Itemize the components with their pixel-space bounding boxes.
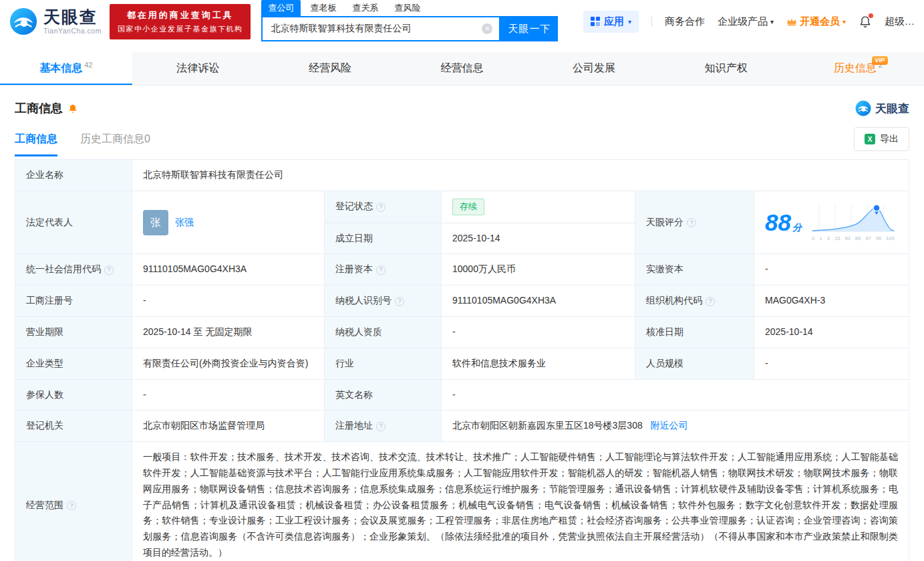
credit-code-value: 91110105MAG0G4XH3A: [132, 254, 325, 286]
help-icon[interactable]: [687, 218, 696, 227]
table-row: 统一社会信用代码 91110105MAG0G4XH3A 注册资本 10000万人…: [15, 254, 909, 286]
field-label-org-code: 组织机构代码: [635, 286, 754, 317]
table-row: 企业类型 有限责任公司(外商投资企业与内资合资) 行业 软件和信息技术服务业 人…: [15, 348, 909, 379]
legal-rep-link[interactable]: 张强: [175, 215, 194, 231]
section-title: 工商信息: [15, 100, 63, 116]
apps-button[interactable]: 应用: [583, 11, 639, 33]
search-button[interactable]: 天眼一下: [500, 16, 558, 41]
logo-icon: [855, 100, 871, 116]
field-label-score: 天眼评分: [635, 191, 754, 254]
search-input[interactable]: [263, 17, 499, 40]
header: 天眼查 TianYanCha.com 都在用的商业查询工具 国家中小企业发展子基…: [0, 0, 924, 43]
taxpayer-quality-value: -: [442, 316, 635, 348]
score-curve-chart: [810, 202, 897, 234]
score-cell[interactable]: 88分 0 1 3 15 5: [754, 191, 909, 254]
search-row: 天眼一下: [261, 16, 558, 41]
help-icon[interactable]: [104, 265, 114, 275]
search-tab-boss[interactable]: 查老板: [303, 0, 343, 16]
chevron-down-icon: [770, 18, 774, 25]
promo-banner: 都在用的商业查询工具 国家中小企业发展子基金旗下机构: [110, 4, 251, 39]
subtab-history-business-info[interactable]: 历史工商信息0: [80, 132, 150, 154]
watermark-label: 天眼查: [875, 101, 909, 116]
help-icon[interactable]: [67, 501, 76, 510]
banner-line1: 都在用的商业查询工具: [118, 9, 243, 21]
field-label-legal-rep: 法定代表人: [15, 191, 132, 254]
english-name-value: -: [442, 379, 909, 411]
tab-operating-info[interactable]: 经营信息: [396, 52, 528, 85]
search-input-wrap: [261, 16, 500, 41]
field-label-reg-authority: 登记机关: [15, 411, 132, 442]
industry-value: 软件和信息技术服务业: [442, 348, 635, 379]
subtabs-row: 工商信息 历史工商信息0 导出: [0, 122, 924, 156]
excel-icon: [865, 134, 875, 144]
search-block: 查公司 查老板 查关系 查风险 天眼一下: [261, 1, 558, 41]
reg-address-value: 北京市朝阳区朝新嘉园东里五区18号楼3层308: [452, 420, 643, 431]
nav-enterprise[interactable]: 企业级产品: [718, 15, 774, 28]
nearby-companies-link[interactable]: 附近公司: [651, 420, 688, 431]
table-row: 法定代表人 张 张强 登记状态 存续 天眼评分 88分: [15, 191, 909, 223]
nav-super-vip[interactable]: 超级…: [885, 15, 915, 28]
tianyancha-logo[interactable]: 天眼查 TianYanCha.com: [9, 7, 102, 35]
table-row: 参保人数 - 英文名称 -: [15, 379, 909, 411]
field-label-staff-size: 人员规模: [635, 348, 754, 379]
alarm-bell-icon[interactable]: [67, 103, 78, 114]
help-icon[interactable]: [376, 265, 386, 275]
reg-status-cell: 存续: [442, 191, 635, 223]
approval-date-value: 2025-10-14: [754, 316, 909, 348]
help-icon[interactable]: [376, 422, 386, 431]
help-icon[interactable]: [376, 203, 386, 212]
field-label-taxpayer-id: 纳税人识别号: [325, 286, 442, 317]
subtab-business-info[interactable]: 工商信息: [15, 132, 57, 156]
tab-label: 知识产权: [705, 62, 748, 76]
field-label-company-name: 企业名称: [15, 160, 132, 191]
crown-icon: [786, 17, 797, 26]
help-icon[interactable]: [395, 297, 404, 306]
tab-basic-info[interactable]: 基本信息 42: [0, 52, 132, 85]
tab-history-info[interactable]: 历史信息 2 VIP: [792, 52, 924, 85]
nav-cooperation[interactable]: 商务合作: [665, 15, 705, 28]
apps-label: 应用: [604, 15, 624, 28]
score-axis-labels: 0 1 3 15 50 85 97 99 100: [812, 235, 894, 243]
notification-bell-icon[interactable]: [859, 15, 872, 29]
vip-badge: VIP: [872, 56, 889, 65]
org-code-value: MAG0G4XH-3: [754, 286, 909, 317]
table-row: 工商注册号 - 纳税人识别号 91110105MAG0G4XH3A 组织机构代码…: [15, 286, 909, 317]
export-button[interactable]: 导出: [854, 127, 909, 151]
tab-label: 经营风险: [309, 62, 351, 76]
field-label-english-name: 英文名称: [325, 379, 442, 411]
field-label-insured-count: 参保人数: [15, 379, 132, 411]
nav-enterprise-label: 企业级产品: [718, 15, 768, 28]
search-tab-relation[interactable]: 查关系: [345, 0, 385, 16]
tab-legal-proceedings[interactable]: 法律诉讼: [132, 52, 265, 85]
top-nav: 应用 商务合作 企业级产品 开通会员 超级…: [583, 11, 915, 33]
company-type-value: 有限责任公司(外商投资企业与内资合资): [132, 348, 325, 379]
nav-open-vip-label: 开通会员: [800, 15, 840, 28]
status-badge: 存续: [452, 199, 484, 215]
nav-open-vip[interactable]: 开通会员: [786, 15, 846, 28]
avatar[interactable]: 张: [143, 210, 168, 235]
tab-count: 42: [84, 61, 92, 69]
tab-company-development[interactable]: 公司发展: [528, 52, 660, 85]
table-row: 登记机关 北京市朝阳区市场监督管理局 注册地址 北京市朝阳区朝新嘉园东里五区18…: [15, 411, 909, 442]
brand-name: 天眼查: [43, 8, 102, 25]
reg-address-cell: 北京市朝阳区朝新嘉园东里五区18号楼3层308 附近公司: [442, 411, 909, 442]
logo-icon: [9, 7, 37, 35]
tab-operating-risk[interactable]: 经营风险: [264, 52, 396, 85]
staff-size-value: -: [754, 348, 909, 379]
field-label-reg-status: 登记状态: [325, 191, 442, 223]
table-row: 营业期限 2025-10-14 至 无固定期限 纳税人资质 - 核准日期 202…: [15, 316, 909, 348]
company-name-value: 北京特斯联智算科技有限责任公司: [132, 160, 909, 191]
reg-authority-value: 北京市朝阳区市场监督管理局: [132, 411, 325, 442]
business-scope-value: 一般项目：软件开发；技术服务、技术开发、技术咨询、技术交流、技术转让、技术推广；…: [132, 442, 909, 561]
tianyancha-watermark: 天眼查: [855, 100, 909, 116]
help-icon[interactable]: [706, 297, 715, 306]
score-chart: 0 1 3 15 50 85 97 99 100: [810, 202, 897, 243]
field-label-business-scope: 经营范围: [15, 442, 132, 561]
search-tab-company[interactable]: 查公司: [261, 0, 301, 16]
tab-intellectual-property[interactable]: 知识产权: [660, 52, 792, 85]
section-head: 工商信息 天眼查: [0, 86, 924, 122]
field-label-establish-date: 成立日期: [325, 223, 442, 254]
tab-label: 公司发展: [573, 62, 615, 76]
search-tab-risk[interactable]: 查风险: [388, 0, 427, 16]
chevron-down-icon: [842, 18, 846, 25]
